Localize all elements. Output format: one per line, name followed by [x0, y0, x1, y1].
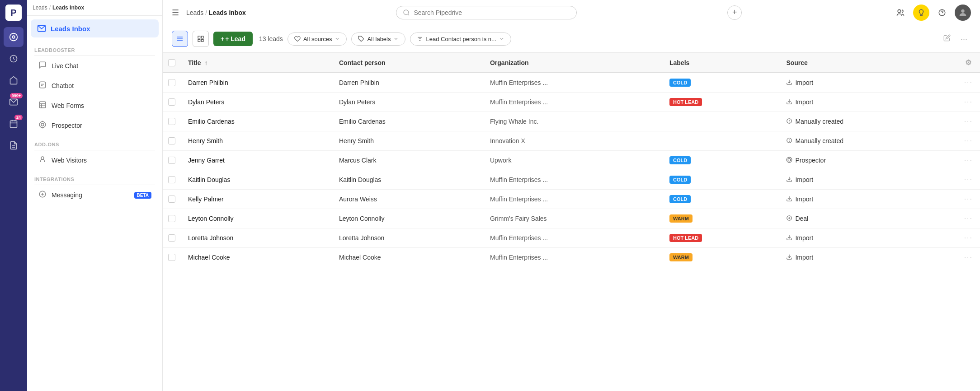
- row-actions-cell[interactable]: ···: [957, 248, 980, 267]
- add-contacts-button[interactable]: [892, 5, 909, 21]
- nav-add-button[interactable]: +: [727, 5, 742, 20]
- sidebar-item-inbox[interactable]: 999+: [4, 92, 24, 112]
- row-more-button[interactable]: ···: [964, 79, 973, 86]
- row-checkbox-cell[interactable]: [163, 131, 181, 151]
- source-icon: [786, 254, 792, 261]
- row-actions-cell[interactable]: ···: [957, 131, 980, 151]
- list-view-button[interactable]: [172, 31, 188, 47]
- sidebar-item-leads[interactable]: [4, 27, 24, 47]
- row-more-button[interactable]: ···: [964, 137, 973, 144]
- row-organization: Muffin Enterprises ...: [483, 248, 662, 267]
- row-checkbox-cell[interactable]: [163, 151, 181, 170]
- row-actions-cell[interactable]: ···: [957, 151, 980, 170]
- row-title[interactable]: Leyton Connolly: [181, 209, 332, 228]
- row-title[interactable]: Kaitlin Douglas: [181, 170, 332, 190]
- row-title[interactable]: Loretta Johnson: [181, 228, 332, 248]
- more-options-button[interactable]: ···: [957, 33, 971, 46]
- row-checkbox-cell[interactable]: [163, 170, 181, 190]
- svg-point-17: [39, 121, 46, 128]
- row-checkbox[interactable]: [168, 234, 175, 242]
- row-organization: Muffin Enterprises ...: [483, 170, 662, 190]
- row-title[interactable]: Michael Cooke: [181, 248, 332, 267]
- table-settings-icon[interactable]: ⚙: [965, 59, 971, 66]
- filter-contact-button[interactable]: Lead Contact person is n...: [410, 33, 511, 46]
- sidebar-item-campaigns[interactable]: [4, 70, 24, 90]
- row-actions-cell[interactable]: ···: [957, 112, 980, 131]
- row-more-button[interactable]: ···: [964, 253, 973, 261]
- sidebar-item-prospector[interactable]: Prospector: [31, 116, 159, 135]
- row-labels: WARM: [662, 209, 779, 228]
- row-checkbox[interactable]: [168, 118, 175, 125]
- row-checkbox-cell[interactable]: [163, 248, 181, 267]
- help-button[interactable]: [934, 5, 950, 21]
- contact-person-column-header[interactable]: Contact person: [332, 53, 483, 73]
- sidebar-active-leads-inbox[interactable]: Leads Inbox: [31, 19, 159, 37]
- row-checkbox-cell[interactable]: [163, 112, 181, 131]
- row-more-button[interactable]: ···: [964, 234, 973, 242]
- select-all-checkbox[interactable]: [168, 59, 175, 66]
- row-more-button[interactable]: ···: [964, 98, 973, 106]
- sidebar-item-web-forms[interactable]: Web Forms: [31, 96, 159, 115]
- filter-labels-button[interactable]: All labels: [351, 33, 405, 46]
- row-checkbox[interactable]: [168, 157, 175, 164]
- row-title[interactable]: Jenny Garret: [181, 151, 332, 170]
- source-column-header[interactable]: Source: [779, 53, 956, 73]
- row-more-button[interactable]: ···: [964, 176, 973, 183]
- row-checkbox[interactable]: [168, 196, 175, 203]
- breadcrumb-root[interactable]: Leads: [186, 9, 203, 16]
- search-input[interactable]: [414, 9, 570, 16]
- sidebar-item-deals[interactable]: [4, 49, 24, 69]
- row-checkbox[interactable]: [168, 79, 175, 86]
- breadcrumb-current: Leads Inbox: [209, 9, 246, 16]
- row-title[interactable]: Dylan Peters: [181, 93, 332, 112]
- row-checkbox-cell[interactable]: [163, 93, 181, 112]
- row-actions-cell[interactable]: ···: [957, 228, 980, 248]
- add-lead-button[interactable]: + + Lead: [213, 32, 253, 46]
- source-icon: [786, 215, 792, 223]
- row-label-badge: WARM: [669, 253, 693, 261]
- title-column-header[interactable]: Title ↑: [181, 53, 332, 73]
- sidebar-item-reports[interactable]: [4, 135, 24, 155]
- row-labels: COLD: [662, 170, 779, 190]
- row-actions-cell[interactable]: ···: [957, 170, 980, 190]
- row-actions-cell[interactable]: ···: [957, 73, 980, 93]
- row-actions-cell[interactable]: ···: [957, 209, 980, 228]
- sidebar-item-chatbot[interactable]: Chatbot: [31, 76, 159, 95]
- row-checkbox[interactable]: [168, 254, 175, 261]
- sidebar-item-calendar[interactable]: 24: [4, 114, 24, 134]
- row-more-button[interactable]: ···: [964, 214, 973, 222]
- app-logo[interactable]: P: [5, 5, 22, 21]
- row-title[interactable]: Emilio Cardenas: [181, 112, 332, 131]
- row-actions-cell[interactable]: ···: [957, 190, 980, 209]
- row-more-button[interactable]: ···: [964, 156, 973, 164]
- sidebar-item-messaging[interactable]: Messaging BETA: [31, 186, 159, 205]
- table-row: Loretta Johnson Loretta Johnson Muffin E…: [163, 228, 980, 248]
- select-all-header[interactable]: [163, 53, 181, 73]
- row-title[interactable]: Darren Philbin: [181, 73, 332, 93]
- tips-button[interactable]: [913, 5, 929, 21]
- row-checkbox[interactable]: [168, 137, 175, 144]
- row-more-button[interactable]: ···: [964, 195, 973, 203]
- row-actions-cell[interactable]: ···: [957, 93, 980, 112]
- user-avatar[interactable]: [955, 5, 971, 21]
- row-checkbox-cell[interactable]: [163, 73, 181, 93]
- sidebar-item-web-visitors[interactable]: Web Visitors: [31, 151, 159, 170]
- row-checkbox-cell[interactable]: [163, 228, 181, 248]
- row-checkbox[interactable]: [168, 215, 175, 222]
- row-checkbox[interactable]: [168, 98, 175, 106]
- grid-view-button[interactable]: [193, 31, 209, 47]
- row-checkbox-cell[interactable]: [163, 209, 181, 228]
- filter-sources-button[interactable]: All sources: [287, 33, 347, 46]
- row-title[interactable]: Henry Smith: [181, 131, 332, 151]
- labels-column-header[interactable]: Labels: [662, 53, 779, 73]
- organization-column-header[interactable]: Organization: [483, 53, 662, 73]
- edit-columns-button[interactable]: [941, 32, 953, 46]
- row-checkbox[interactable]: [168, 176, 175, 183]
- row-title[interactable]: Kelly Palmer: [181, 190, 332, 209]
- row-more-button[interactable]: ···: [964, 117, 973, 125]
- row-checkbox-cell[interactable]: [163, 190, 181, 209]
- search-bar[interactable]: [396, 6, 577, 19]
- settings-column-header[interactable]: ⚙: [957, 53, 980, 73]
- hamburger-menu[interactable]: ☰: [172, 8, 179, 18]
- sidebar-item-live-chat[interactable]: Live Chat: [31, 56, 159, 75]
